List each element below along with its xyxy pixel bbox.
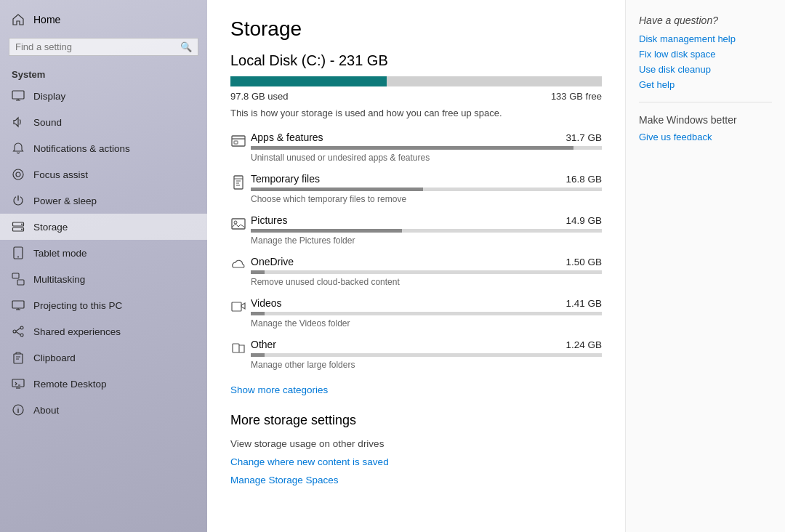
sidebar-item-focus[interactable]: Focus assist [0, 161, 207, 188]
disk-bar [230, 76, 602, 86]
sidebar: Home 🔍 System Display Sound [0, 0, 207, 532]
sidebar-item-tablet[interactable]: Tablet mode [0, 240, 207, 266]
svg-rect-24 [233, 344, 239, 352]
other-size: 1.24 GB [565, 339, 602, 350]
storage-item-videos[interactable]: Videos 1.41 GB Manage the Videos folder [230, 297, 602, 329]
sidebar-item-multitasking-label: Multitasking [33, 274, 85, 285]
change-content-link[interactable]: Change where new content is saved [230, 456, 602, 467]
svg-rect-0 [12, 91, 24, 99]
sidebar-item-clipboard-label: Clipboard [33, 352, 76, 363]
panel-divider [639, 102, 772, 102]
videos-bar-fill [251, 312, 265, 315]
videos-name: Videos [251, 297, 282, 309]
storage-item-apps[interactable]: Apps & features 31.7 GB Uninstall unused… [230, 132, 602, 163]
temp-size: 16.8 GB [565, 174, 602, 185]
pictures-content: Pictures 14.9 GB Manage the Pictures fol… [251, 214, 602, 246]
svg-point-5 [21, 224, 23, 225]
svg-point-12 [13, 330, 16, 333]
storage-icon [12, 220, 25, 233]
pictures-name: Pictures [251, 214, 288, 226]
svg-point-2 [16, 172, 20, 177]
svg-rect-23 [232, 302, 241, 311]
sidebar-item-power-label: Power & sleep [33, 196, 97, 206]
home-icon [12, 13, 25, 26]
sidebar-item-multitasking[interactable]: Multitasking [0, 266, 207, 292]
pictures-header: Pictures 14.9 GB [251, 214, 602, 226]
pictures-size: 14.9 GB [565, 215, 602, 226]
other-icon [230, 340, 251, 359]
apps-icon [230, 133, 251, 152]
more-settings-title: More storage settings [230, 413, 602, 428]
sound-icon [12, 116, 25, 129]
svg-rect-9 [12, 273, 19, 278]
get-help-link[interactable]: Get help [639, 79, 772, 90]
sidebar-item-clipboard[interactable]: Clipboard [0, 344, 207, 371]
disk-management-link[interactable]: Disk management help [639, 33, 772, 44]
sidebar-item-shared[interactable]: Shared experiences [0, 318, 207, 344]
videos-bar [251, 312, 602, 315]
sidebar-item-storage[interactable]: Storage [0, 214, 207, 240]
feedback-link[interactable]: Give us feedback [639, 132, 772, 142]
pictures-bar-fill [251, 229, 402, 233]
sidebar-item-projecting-label: Projecting to this PC [33, 300, 122, 311]
other-header: Other 1.24 GB [251, 339, 602, 350]
sidebar-item-display[interactable]: Display [0, 83, 207, 109]
onedrive-bar [251, 270, 602, 274]
right-panel: Have a question? Disk management help Fi… [625, 0, 785, 532]
tablet-icon [12, 246, 25, 259]
svg-point-6 [21, 229, 23, 230]
disk-cleanup-link[interactable]: Use disk cleanup [639, 64, 772, 75]
svg-rect-20 [234, 176, 243, 189]
main-content: Storage Local Disk (C:) - 231 GB 97.8 GB… [207, 0, 625, 532]
shared-icon [12, 325, 25, 338]
apps-bar [251, 146, 602, 150]
videos-header: Videos 1.41 GB [251, 297, 602, 309]
onedrive-name: OneDrive [251, 256, 294, 267]
temp-content: Temporary files 16.8 GB Choose which tem… [251, 173, 602, 204]
have-question: Have a question? [639, 15, 772, 26]
storage-item-temp[interactable]: Temporary files 16.8 GB Choose which tem… [230, 173, 602, 204]
svg-rect-21 [232, 219, 245, 229]
sidebar-item-notifications-label: Notifications & actions [33, 143, 130, 154]
storage-item-other[interactable]: Other 1.24 GB Manage other large folders [230, 339, 602, 370]
clipboard-icon [12, 351, 25, 364]
disk-bar-fill [230, 76, 387, 86]
sidebar-item-remote[interactable]: Remote Desktop [0, 371, 207, 397]
sidebar-item-shared-label: Shared experiences [33, 326, 121, 337]
svg-point-13 [20, 326, 23, 329]
temp-icon [230, 174, 251, 193]
pictures-icon [230, 216, 251, 235]
apps-desc: Uninstall unused or undesired apps & fea… [251, 153, 602, 163]
storage-item-onedrive[interactable]: OneDrive 1.50 GB Remove unused cloud-bac… [230, 256, 602, 287]
search-box[interactable]: 🔍 [9, 38, 198, 56]
pictures-desc: Manage the Pictures folder [251, 235, 602, 246]
search-input[interactable] [15, 41, 180, 52]
sidebar-item-power[interactable]: Power & sleep [0, 188, 207, 214]
fix-disk-link[interactable]: Fix low disk space [639, 49, 772, 60]
sidebar-item-notifications[interactable]: Notifications & actions [0, 135, 207, 161]
page-title: Storage [230, 17, 602, 41]
disk-labels: 97.8 GB used 133 GB free [230, 91, 602, 102]
sidebar-item-focus-label: Focus assist [33, 169, 88, 180]
projecting-icon [12, 299, 25, 312]
sidebar-home[interactable]: Home [0, 6, 207, 33]
videos-desc: Manage the Videos folder [251, 318, 602, 329]
manage-spaces-link[interactable]: Manage Storage Spaces [230, 475, 602, 485]
sidebar-item-tablet-label: Tablet mode [33, 248, 87, 259]
sidebar-item-projecting[interactable]: Projecting to this PC [0, 292, 207, 318]
sidebar-item-display-label: Display [33, 91, 65, 102]
onedrive-content: OneDrive 1.50 GB Remove unused cloud-bac… [251, 256, 602, 287]
disk-title: Local Disk (C:) - 231 GB [230, 52, 602, 69]
display-icon [12, 89, 25, 102]
other-bar-fill [251, 353, 265, 357]
onedrive-icon [230, 257, 251, 276]
storage-item-pictures[interactable]: Pictures 14.9 GB Manage the Pictures fol… [230, 214, 602, 246]
about-icon [12, 403, 25, 416]
show-more-link[interactable]: Show more categories [230, 384, 328, 395]
onedrive-bar-fill [251, 270, 265, 274]
temp-header: Temporary files 16.8 GB [251, 173, 602, 185]
sidebar-item-sound[interactable]: Sound [0, 109, 207, 135]
temp-bar-fill [251, 188, 423, 191]
sidebar-item-about[interactable]: About [0, 397, 207, 423]
videos-content: Videos 1.41 GB Manage the Videos folder [251, 297, 602, 329]
